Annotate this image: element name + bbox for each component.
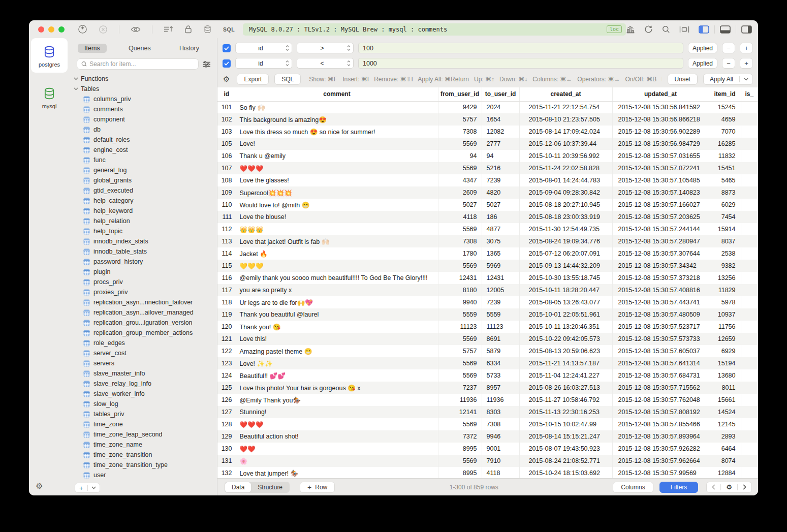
cell-from_user_id[interactable]: 5027 <box>438 199 482 211</box>
remove-filter-button[interactable]: − <box>722 43 735 53</box>
cell-created_at[interactable]: 2015-10-30 13:55:18.745 <box>519 272 612 284</box>
column-header-id[interactable]: id <box>217 87 236 101</box>
filter-column-select[interactable]: id <box>235 43 292 53</box>
cell-from_user_id[interactable]: 2609 <box>438 186 482 199</box>
settings-gear-icon[interactable]: ⚙ <box>36 481 43 491</box>
cell-created_at[interactable]: 2015-10-11 20:39:56.992 <box>519 150 612 162</box>
cell-item_id[interactable]: 15451 <box>709 162 741 174</box>
toggle-right-panel-icon[interactable] <box>741 25 752 34</box>
cell-is_[interactable] <box>741 369 758 382</box>
sidebar-table-item[interactable]: procs_priv <box>70 277 217 287</box>
database-icon[interactable] <box>203 25 212 34</box>
cell-from_user_id[interactable]: 8995 <box>438 443 482 455</box>
cell-updated_at[interactable]: 2015-12-08 15:30:57.808192 <box>612 406 709 418</box>
sidebar-table-item[interactable]: time_zone <box>70 419 217 429</box>
cell-comment[interactable]: ❤️❤️ <box>236 443 438 455</box>
cell-comment[interactable]: Supercool💥💥💥 <box>236 186 438 199</box>
cell-id[interactable]: 125 <box>217 382 236 394</box>
cell-from_user_id[interactable]: 5757 <box>438 345 482 357</box>
cell-from_user_id[interactable]: 9429 <box>438 101 482 113</box>
cell-created_at[interactable]: 2015-08-18 23:00:33.919 <box>519 211 612 223</box>
cell-item_id[interactable]: 6029 <box>709 199 741 211</box>
cell-item_id[interactable]: 4659 <box>709 113 741 126</box>
cell-to_user_id[interactable]: 7308 <box>482 418 519 430</box>
cell-to_user_id[interactable]: 8957 <box>482 382 519 394</box>
cell-created_at[interactable]: 2015-10-11 13:20:46.351 <box>519 321 612 333</box>
cell-is_[interactable] <box>741 272 758 284</box>
sidebar-table-item[interactable]: proxies_priv <box>70 287 217 297</box>
cell-id[interactable]: 115 <box>217 260 236 272</box>
cell-item_id[interactable]: 8011 <box>709 382 741 394</box>
cell-item_id[interactable]: 15914 <box>709 223 741 235</box>
cell-item_id[interactable]: 2893 <box>709 430 741 443</box>
cell-id[interactable]: 131 <box>217 455 236 467</box>
cell-updated_at[interactable]: 2015-12-08 15:30:57.244144 <box>612 223 709 235</box>
cell-to_user_id[interactable]: 5027 <box>482 199 519 211</box>
cell-to_user_id[interactable]: 4877 <box>482 223 519 235</box>
cell-is_[interactable] <box>741 101 758 113</box>
tab-queries[interactable]: Queries <box>122 44 158 53</box>
cell-created_at[interactable]: 2015-11-21 22:12:54.754 <box>519 101 612 113</box>
cell-id[interactable]: 117 <box>217 284 236 296</box>
column-header-item-id[interactable]: item_id <box>709 87 741 101</box>
cell-is_[interactable] <box>741 467 758 478</box>
cell-from_user_id[interactable]: 9940 <box>438 296 482 308</box>
cell-id[interactable]: 110 <box>217 199 236 211</box>
sidebar-table-item[interactable]: slave_worker_info <box>70 389 217 399</box>
cell-created_at[interactable]: 2015-12-06 10:37:39.44 <box>519 138 612 150</box>
cell-to_user_id[interactable]: 12082 <box>482 126 519 138</box>
sidebar-table-item[interactable]: global_grants <box>70 175 217 185</box>
cell-id[interactable]: 108 <box>217 174 236 186</box>
new-connection-icon[interactable] <box>78 24 87 34</box>
sidebar-table-item[interactable]: db <box>70 124 217 135</box>
cell-from_user_id[interactable]: 5569 <box>438 138 482 150</box>
format-icon[interactable] <box>679 26 689 33</box>
cell-is_[interactable] <box>741 284 758 296</box>
cell-to_user_id[interactable]: 9001 <box>482 443 519 455</box>
cell-comment[interactable]: Love! ✨✨ <box>236 357 438 369</box>
cell-created_at[interactable]: 2015-09-04 09:28:30.842 <box>519 186 612 199</box>
cell-created_at[interactable]: 2015-08-01 14:24:44.783 <box>519 174 612 186</box>
cell-comment[interactable]: Love the glasses! <box>236 174 438 186</box>
search-icon[interactable] <box>662 25 670 34</box>
apply-all-button[interactable]: Apply All <box>704 76 739 83</box>
sidebar-table-item[interactable]: innodb_table_stats <box>70 246 217 257</box>
cell-is_[interactable] <box>741 296 758 308</box>
cell-created_at[interactable]: 2015-11-21 14:13:57.187 <box>519 357 612 369</box>
chart-icon[interactable] <box>626 25 635 34</box>
cell-comment[interactable]: Love that jumper! 🏇 <box>236 467 438 478</box>
cell-created_at[interactable]: 2015-08-10 21:23:57.505 <box>519 113 612 126</box>
unset-button[interactable]: Unset <box>668 74 698 85</box>
cell-is_[interactable] <box>741 138 758 150</box>
cell-from_user_id[interactable]: 5569 <box>438 369 482 382</box>
cell-item_id[interactable]: 8037 <box>709 235 741 247</box>
cell-from_user_id[interactable]: 12431 <box>438 272 482 284</box>
cell-to_user_id[interactable]: 5559 <box>482 308 519 321</box>
cell-to_user_id[interactable]: 11936 <box>482 394 519 406</box>
cell-updated_at[interactable]: 2015-12-08 15:30:56.984729 <box>612 138 709 150</box>
cell-updated_at[interactable]: 2015-12-08 15:30:56.841592 <box>612 101 709 113</box>
cell-updated_at[interactable]: 2015-12-08 15:30:57.480509 <box>612 308 709 321</box>
cell-created_at[interactable]: 2015-07-12 06:20:07.091 <box>519 247 612 260</box>
cell-comment[interactable]: Beautiful!! 💕💕 <box>236 369 438 382</box>
cell-created_at[interactable]: 2015-09-13 14:44:32.209 <box>519 260 612 272</box>
cell-created_at[interactable]: 2015-08-24 21:08:52.771 <box>519 455 612 467</box>
cell-id[interactable]: 129 <box>217 430 236 443</box>
cell-id[interactable]: 126 <box>217 394 236 406</box>
cell-to_user_id[interactable]: 186 <box>482 211 519 223</box>
cell-comment[interactable]: 👑👑👑 <box>236 223 438 235</box>
cell-item_id[interactable]: 2538 <box>709 247 741 260</box>
cell-updated_at[interactable]: 2015-12-08 15:30:57.523717 <box>612 321 709 333</box>
cell-item_id[interactable]: 5978 <box>709 296 741 308</box>
cell-is_[interactable] <box>741 174 758 186</box>
cell-to_user_id[interactable]: 11123 <box>482 321 519 333</box>
cell-updated_at[interactable]: 2015-12-08 15:30:57.105485 <box>612 174 709 186</box>
cell-to_user_id[interactable]: 2024 <box>482 101 519 113</box>
sidebar-table-item[interactable]: user <box>70 470 217 480</box>
cell-item_id[interactable]: 14524 <box>709 406 741 418</box>
filter-column-select[interactable]: id <box>235 58 292 69</box>
sidebar-table-item[interactable]: time_zone_transition <box>70 450 217 460</box>
cell-comment[interactable]: This background is amazing😍 <box>236 113 438 126</box>
cell-comment[interactable]: Amazing pastel theme 😬 <box>236 345 438 357</box>
column-header-comment[interactable]: comment <box>236 87 438 101</box>
